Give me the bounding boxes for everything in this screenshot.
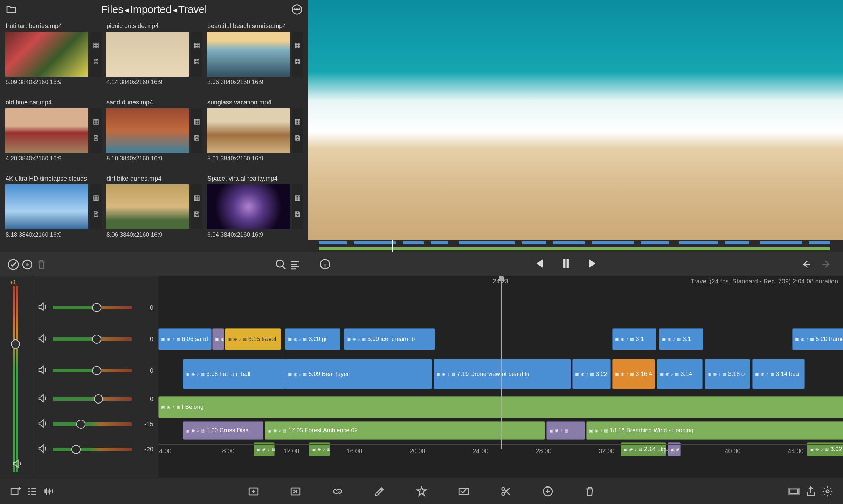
meter-handle[interactable] (11, 340, 20, 349)
prev-clip-button[interactable] (532, 257, 545, 272)
track-mute-icon[interactable] (37, 393, 48, 405)
crumb-files[interactable]: Files (101, 4, 123, 15)
track-mute-icon[interactable] (37, 418, 48, 430)
timeline-clip[interactable]: ▣ ◉ ♪ ▦6.06 sand_dune (158, 328, 212, 350)
edit-icon[interactable] (373, 484, 387, 498)
filmstrip-icon[interactable] (294, 118, 301, 127)
add-track-icon[interactable] (8, 484, 22, 498)
filmstrip-icon[interactable] (92, 118, 99, 127)
clip-thumbnail[interactable] (207, 184, 290, 229)
clip-card[interactable]: old time car.mp4 4.20 3840x2160 16:9 (3, 95, 104, 172)
track-mute-icon[interactable] (37, 302, 48, 314)
fader-knob[interactable] (92, 366, 101, 375)
marker-icon[interactable] (457, 484, 471, 498)
save-icon[interactable] (193, 211, 200, 219)
timeline-clip[interactable]: ▣ ◉ ♪ ▦5.09 ice_cream_b (344, 328, 435, 350)
folder-icon[interactable] (4, 2, 18, 16)
timeline-clip[interactable]: ▣ ◉ ♪ ▦3.14 (657, 359, 703, 389)
timeline-clip[interactable]: ▣ ◉ ♪ ▦3.16 4 (612, 359, 655, 389)
timeline-clip[interactable]: ▣ ◉ ♪ ▦1. (212, 328, 224, 350)
clip-card[interactable]: sand dunes.mp4 5.10 3840x2160 16:9 (104, 95, 205, 172)
clip-thumbnail[interactable] (106, 108, 189, 153)
filmstrip-icon[interactable] (193, 195, 200, 203)
save-icon[interactable] (92, 134, 99, 143)
filmstrip-icon[interactable] (92, 42, 99, 50)
timeline-clip[interactable]: ▣ ◉ ♪ ▦3.14 bea (752, 359, 805, 389)
save-icon[interactable] (193, 134, 200, 143)
timeline-clip[interactable]: ▣ ◉ ♪ ▦3.15 travel (225, 328, 281, 350)
info-icon[interactable] (318, 257, 332, 271)
clip-card[interactable]: 4K ultra HD timelapse clouds 8.18 3840x2… (3, 172, 104, 248)
share-icon[interactable] (804, 484, 818, 498)
clip-thumbnail[interactable] (207, 32, 290, 77)
clip-thumbnail[interactable] (207, 108, 290, 153)
fader-knob[interactable] (94, 394, 103, 404)
save-icon[interactable] (294, 211, 301, 219)
clip-card[interactable]: sunglass vacation.mp4 5.01 3840x2160 16:… (205, 95, 305, 172)
select-all-icon[interactable] (6, 258, 20, 272)
fader-knob[interactable] (71, 445, 81, 454)
record-icon[interactable] (20, 258, 34, 272)
track-fader[interactable] (53, 422, 132, 426)
filmstrip-icon[interactable] (294, 42, 301, 50)
track-mute-icon[interactable] (37, 333, 48, 345)
fader-knob[interactable] (76, 420, 85, 429)
track-fader[interactable] (53, 448, 132, 451)
cut-icon[interactable] (499, 484, 513, 498)
clip-card[interactable]: fruti tart berries.mp4 5.09 3840x2160 16… (3, 19, 104, 95)
track-mute-icon[interactable] (37, 443, 48, 455)
clip-card[interactable]: picnic outside.mp4 4.14 3840x2160 16:9 (104, 19, 205, 95)
timeline-clip[interactable]: ▣ ◉ ♪ ▦5.09 Bear layer (285, 359, 432, 389)
timeline-clip[interactable]: ▣ ◉ ♪ ▦7.19 Drone view of beautifu (434, 359, 571, 389)
redo-icon[interactable] (819, 257, 833, 271)
trash-icon[interactable] (34, 258, 48, 272)
undo-icon[interactable] (800, 257, 814, 271)
master-mute-icon[interactable] (12, 458, 22, 470)
filmstrip-icon[interactable] (294, 195, 301, 203)
timeline-clip[interactable]: ▣ ◉ ♪ ▦3.22 (572, 359, 611, 389)
timeline[interactable]: 24.23 Travel (24 fps, Standard - Rec. 70… (158, 276, 843, 478)
next-clip-button[interactable] (587, 257, 600, 272)
crumb-travel[interactable]: Travel (178, 4, 207, 15)
timeline-clip[interactable]: ▣ ◉ ♪ ▦5.20 frame (792, 328, 843, 350)
timeline-clip[interactable]: ▣ ◉ ♪ ▦3.1 (612, 328, 656, 350)
fit-icon[interactable] (787, 484, 801, 498)
search-icon[interactable] (274, 258, 288, 272)
clip-thumbnail[interactable] (5, 184, 88, 229)
list-view-icon[interactable] (288, 258, 302, 272)
settings-icon[interactable] (821, 484, 835, 498)
preview-viewport[interactable] (308, 0, 843, 240)
breadcrumb[interactable]: Files◂Imported◂Travel (22, 4, 286, 15)
timeline-clip[interactable]: ▣ ◉ ♪ ▦3.18 o (705, 359, 750, 389)
timeline-clip[interactable]: ▣ ◉ ♪ ▦5.00 Cross Diss (183, 421, 263, 440)
mini-timeline[interactable] (308, 240, 843, 252)
favorite-icon[interactable] (415, 484, 429, 498)
track-fader[interactable] (53, 337, 132, 341)
clip-thumbnail[interactable] (5, 32, 88, 77)
clip-card[interactable]: beautiful beach sunrise.mp4 8.06 3840x21… (205, 19, 305, 95)
filmstrip-icon[interactable] (92, 195, 99, 203)
mini-playhead[interactable] (392, 240, 393, 252)
filmstrip-icon[interactable] (193, 118, 200, 127)
track-fader[interactable] (53, 306, 132, 309)
filmstrip-icon[interactable] (193, 42, 200, 50)
waveform-icon[interactable] (42, 484, 56, 498)
clip-thumbnail[interactable] (5, 108, 88, 153)
track-fader[interactable] (53, 397, 132, 401)
more-menu-icon[interactable] (290, 2, 304, 16)
clip-card[interactable]: dirt bike dunes.mp4 8.06 3840x2160 16:9 (104, 172, 205, 248)
crumb-imported[interactable]: Imported (130, 4, 171, 15)
fader-knob[interactable] (92, 303, 101, 312)
save-icon[interactable] (294, 134, 301, 143)
delete-icon[interactable] (583, 484, 597, 498)
fader-knob[interactable] (92, 335, 101, 344)
track-fader[interactable] (53, 369, 132, 372)
clip-thumbnail[interactable] (106, 184, 189, 229)
track-mute-icon[interactable] (37, 365, 48, 377)
clip-card[interactable]: Space, virtual reality.mp4 6.04 3840x216… (205, 172, 305, 248)
save-icon[interactable] (294, 58, 301, 66)
link-icon[interactable] (331, 484, 345, 498)
insert-clip-icon[interactable] (289, 484, 303, 498)
save-icon[interactable] (92, 211, 99, 219)
save-icon[interactable] (193, 58, 200, 66)
